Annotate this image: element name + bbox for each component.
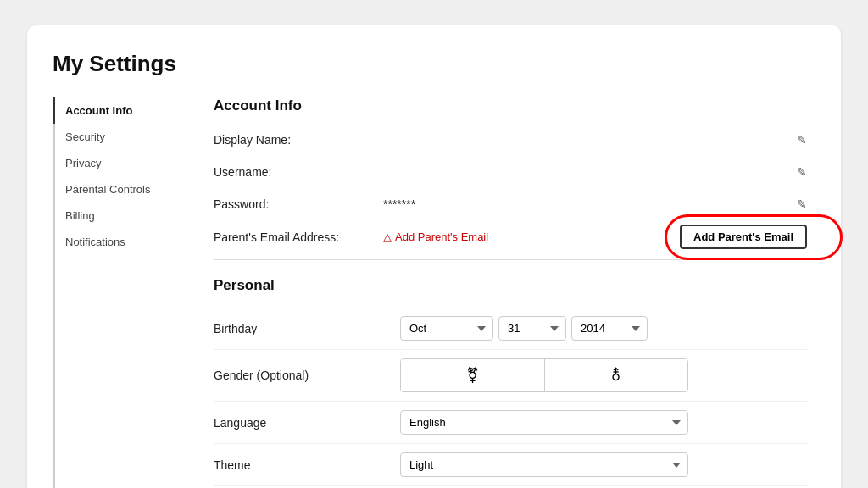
- display-name-edit-icon[interactable]: ✎: [797, 133, 807, 147]
- section-divider: [214, 259, 807, 260]
- birthday-month-select[interactable]: JanFebMarApr MayJunJulAug SepOctNovDec: [400, 316, 493, 341]
- theme-label: Theme: [214, 458, 400, 472]
- sidebar-item-account-info[interactable]: Account Info: [53, 97, 180, 124]
- language-row: Language English Spanish French German J…: [214, 402, 807, 444]
- birthday-year-select[interactable]: 2010201120122013 2014201520162017 201820…: [571, 316, 648, 341]
- password-label: Password:: [214, 197, 383, 211]
- language-control: English Spanish French German Japanese C…: [400, 410, 807, 435]
- add-email-link[interactable]: △ Add Parent's Email: [383, 230, 488, 243]
- main-container: My Settings Account Info Security Privac…: [27, 25, 841, 488]
- theme-control: Light Dark System: [400, 452, 807, 477]
- add-parent-email-button[interactable]: Add Parent's Email: [680, 225, 807, 249]
- gender-label: Gender (Optional): [214, 369, 400, 382]
- birthday-label: Birthday: [214, 322, 400, 336]
- gender-control: ⚧ ⚨: [400, 358, 807, 392]
- sidebar: Account Info Security Privacy Parental C…: [53, 97, 180, 488]
- main-layout: Account Info Security Privacy Parental C…: [53, 97, 807, 488]
- display-name-label: Display Name:: [214, 133, 383, 147]
- sidebar-item-notifications[interactable]: Notifications: [53, 229, 180, 255]
- username-row: Username: ✎: [214, 160, 807, 184]
- password-row: Password: ******* ✎: [214, 192, 807, 216]
- birthday-control: JanFebMarApr MayJunJulAug SepOctNovDec 1…: [400, 316, 807, 341]
- add-parent-email-wrapper: Add Parent's Email: [680, 225, 807, 249]
- parents-email-row: Parent's Email Address: △ Add Parent's E…: [214, 225, 807, 249]
- parents-email-label: Parent's Email Address:: [214, 230, 383, 244]
- sidebar-item-privacy[interactable]: Privacy: [53, 150, 180, 176]
- account-info-section: Account Info Display Name: ✎ Username: ✎…: [214, 97, 807, 249]
- personal-title: Personal: [214, 277, 807, 294]
- gender-female-button[interactable]: ⚨: [545, 359, 688, 391]
- account-info-title: Account Info: [214, 97, 807, 114]
- theme-select[interactable]: Light Dark System: [400, 452, 688, 477]
- content-area: Account Info Display Name: ✎ Username: ✎…: [180, 97, 807, 488]
- personal-section: Personal Birthday JanFebMarApr MayJunJul…: [214, 277, 807, 488]
- display-name-row: Display Name: ✎: [214, 128, 807, 152]
- sidebar-item-security[interactable]: Security: [53, 124, 180, 150]
- username-edit-icon[interactable]: ✎: [797, 165, 807, 179]
- gender-row: Gender (Optional) ⚧ ⚨: [214, 350, 807, 402]
- language-label: Language: [214, 416, 400, 430]
- gender-selector: ⚧ ⚨: [400, 358, 688, 392]
- page-title: My Settings: [53, 51, 807, 77]
- sidebar-item-parental-controls[interactable]: Parental Controls: [53, 176, 180, 202]
- username-label: Username:: [214, 165, 383, 179]
- birthday-day-select[interactable]: 12345 678910 1112131415 1617181920 21222…: [498, 316, 566, 341]
- language-select[interactable]: English Spanish French German Japanese C…: [400, 410, 688, 435]
- password-value: *******: [383, 197, 797, 211]
- sidebar-item-billing[interactable]: Billing: [53, 202, 180, 229]
- gender-male-button[interactable]: ⚧: [401, 359, 545, 391]
- warning-icon: △: [383, 230, 392, 243]
- add-email-link-text: Add Parent's Email: [395, 230, 488, 243]
- password-edit-icon[interactable]: ✎: [797, 197, 807, 211]
- birthday-row: Birthday JanFebMarApr MayJunJulAug SepOc…: [214, 308, 807, 350]
- theme-row: Theme Light Dark System: [214, 444, 807, 486]
